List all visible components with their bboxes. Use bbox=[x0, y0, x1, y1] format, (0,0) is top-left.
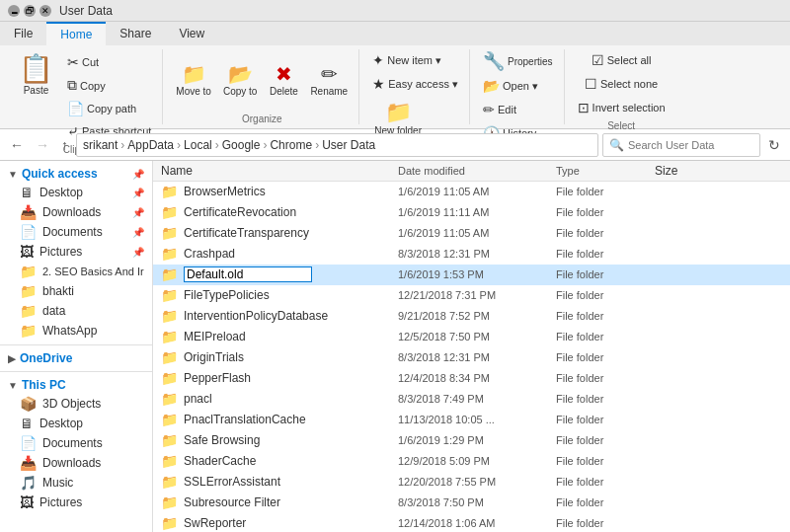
sidebar-item-3dobjects[interactable]: 📦 3D Objects bbox=[0, 394, 152, 414]
search-input[interactable] bbox=[628, 139, 753, 151]
col-date: 12/14/2018 1:06 AM bbox=[398, 517, 556, 529]
whatsapp-label: WhatsApp bbox=[42, 324, 97, 338]
sidebar-item-music[interactable]: 🎵 Music bbox=[0, 473, 152, 493]
table-row[interactable]: 📁 Crashpad 8/3/2018 12:31 PM File folder bbox=[153, 244, 790, 265]
breadcrumb-srikant[interactable]: srikant bbox=[83, 138, 118, 152]
breadcrumb-google[interactable]: Google bbox=[222, 138, 261, 152]
table-row[interactable]: 📁 BrowserMetrics 1/6/2019 11:05 AM File … bbox=[153, 182, 790, 202]
copy-path-button[interactable]: 📄 Copy path bbox=[62, 98, 156, 119]
sidebar-item-seo[interactable]: 📁 2. SEO Basics And Ir bbox=[0, 262, 152, 281]
sidebar-item-pictures2[interactable]: 🖼 Pictures bbox=[0, 493, 152, 512]
tab-file[interactable]: File bbox=[0, 22, 46, 45]
table-row[interactable]: 📁 OriginTrials 8/3/2018 12:31 PM File fo… bbox=[153, 347, 790, 368]
sidebar-item-data[interactable]: 📁 data bbox=[0, 301, 152, 321]
cut-button[interactable]: ✂ Cut bbox=[62, 51, 156, 73]
table-row[interactable]: 📁 Subresource Filter 8/3/2018 7:50 PM Fi… bbox=[153, 493, 790, 513]
file-name-text: CertificateTransparency bbox=[184, 226, 309, 240]
sidebar-item-downloads[interactable]: 📥 Downloads 📌 bbox=[0, 202, 152, 222]
col-header-date[interactable]: Date modified bbox=[398, 165, 556, 177]
up-button[interactable]: ↑ bbox=[57, 135, 72, 155]
minimize-icon[interactable]: 🗕 bbox=[8, 5, 20, 17]
sidebar-item-bhakti[interactable]: 📁 bhakti bbox=[0, 281, 152, 301]
table-row[interactable]: 📁 pnacl 8/3/2018 7:49 PM File folder bbox=[153, 389, 790, 410]
tab-share[interactable]: Share bbox=[106, 22, 165, 45]
quick-access-header[interactable]: ▼ Quick access 📌 bbox=[0, 165, 152, 183]
breadcrumb-appdata[interactable]: AppData bbox=[127, 138, 174, 152]
sidebar-divider-2 bbox=[0, 371, 152, 372]
col-name: 📁 Subresource Filter bbox=[161, 494, 398, 510]
select-all-button[interactable]: ☑ Select all bbox=[587, 49, 657, 71]
easy-access-button[interactable]: ★ Easy access ▾ bbox=[367, 73, 463, 95]
copy-path-label: Copy path bbox=[87, 103, 136, 114]
open-button[interactable]: 📂 Open ▾ bbox=[478, 75, 543, 97]
open-group: 🔧 Properties 📂 Open ▾ ✏ Edit 🕐 History O… bbox=[472, 49, 565, 124]
sidebar-item-whatsapp[interactable]: 📁 WhatsApp bbox=[0, 321, 152, 341]
copy-button[interactable]: ⧉ Copy bbox=[62, 74, 156, 97]
breadcrumb-chrome[interactable]: Chrome bbox=[270, 138, 312, 152]
invert-selection-button[interactable]: ⊡ Invert selection bbox=[573, 97, 671, 118]
thispc-header[interactable]: ▼ This PC bbox=[0, 376, 152, 394]
tab-view[interactable]: View bbox=[165, 22, 218, 45]
col-header-type[interactable]: Type bbox=[556, 165, 655, 177]
forward-button[interactable]: → bbox=[32, 135, 53, 155]
file-name-text: FileTypePolicies bbox=[184, 288, 270, 302]
delete-button[interactable]: ✖ Delete bbox=[264, 61, 303, 100]
search-box[interactable]: 🔍 bbox=[602, 133, 760, 157]
col-name: 📁 ShaderCache bbox=[161, 453, 398, 469]
downloads-folder-icon: 📥 bbox=[20, 204, 37, 220]
new-item-button[interactable]: ✦ New item ▾ bbox=[367, 49, 446, 71]
edit-button[interactable]: ✏ Edit bbox=[478, 99, 521, 120]
col-name: 📁 CertificateTransparency bbox=[161, 225, 398, 241]
col-type: File folder bbox=[556, 331, 655, 342]
table-row[interactable]: 📁 SwReporter 12/14/2018 1:06 AM File fol… bbox=[153, 513, 790, 532]
copy-to-button[interactable]: 📂 Copy to bbox=[218, 61, 262, 100]
breadcrumb-local[interactable]: Local bbox=[184, 138, 212, 152]
sidebar-item-documents[interactable]: 📄 Documents 📌 bbox=[0, 222, 152, 242]
file-name-input[interactable] bbox=[184, 266, 312, 282]
address-breadcrumb[interactable]: srikant › AppData › Local › Google › Chr… bbox=[76, 133, 598, 157]
rename-button[interactable]: ✏ Rename bbox=[305, 61, 353, 100]
col-date: 8/3/2018 7:50 PM bbox=[398, 496, 556, 508]
table-row[interactable]: 📁 ShaderCache 12/9/2018 5:09 PM File fol… bbox=[153, 451, 790, 472]
properties-button[interactable]: 🔧 Properties bbox=[478, 49, 558, 73]
sidebar-item-desktop2[interactable]: 🖥 Desktop bbox=[0, 414, 152, 433]
close-icon[interactable]: ✕ bbox=[40, 5, 51, 17]
maximize-icon[interactable]: 🗗 bbox=[24, 5, 36, 17]
new-item-icon: ✦ bbox=[372, 52, 384, 68]
paste-button[interactable]: 📋 Paste bbox=[12, 49, 60, 142]
col-type: File folder bbox=[556, 393, 655, 405]
col-header-name[interactable]: Name bbox=[161, 164, 398, 178]
sidebar-item-downloads2[interactable]: 📥 Downloads bbox=[0, 453, 152, 473]
downloads2-label: Downloads bbox=[42, 456, 101, 470]
col-name: 📁 Crashpad bbox=[161, 246, 398, 262]
table-row[interactable]: 📁 MEIPreload 12/5/2018 7:50 PM File fold… bbox=[153, 327, 790, 347]
sidebar-item-documents2[interactable]: 📄 Documents bbox=[0, 433, 152, 453]
select-none-button[interactable]: ☐ Select none bbox=[580, 73, 663, 95]
breadcrumb-userdata[interactable]: User Data bbox=[322, 138, 375, 152]
search-icon: 🔍 bbox=[609, 138, 624, 152]
table-row[interactable]: 📁 SSLErrorAssistant 12/20/2018 7:55 PM F… bbox=[153, 472, 790, 493]
edit-icon: ✏ bbox=[483, 102, 495, 117]
move-to-button[interactable]: 📁 Move to bbox=[171, 61, 216, 100]
folder-icon: 📁 bbox=[161, 246, 178, 262]
table-row[interactable]: 📁 PepperFlash 12/4/2018 8:34 PM File fol… bbox=[153, 368, 790, 389]
refresh-button[interactable]: ↻ bbox=[764, 135, 784, 155]
table-row[interactable]: 📁 Safe Browsing 1/6/2019 1:29 PM File fo… bbox=[153, 430, 790, 451]
bhakti-folder-icon: 📁 bbox=[20, 283, 37, 299]
sidebar-item-desktop[interactable]: 🖥 Desktop 📌 bbox=[0, 183, 152, 202]
tab-home[interactable]: Home bbox=[46, 22, 106, 45]
table-row[interactable]: 📁 InterventionPolicyDatabase 9/21/2018 7… bbox=[153, 306, 790, 327]
back-button[interactable]: ← bbox=[6, 135, 28, 155]
table-row[interactable]: 📁 FileTypePolicies 12/21/2018 7:31 PM Fi… bbox=[153, 285, 790, 306]
table-row[interactable]: 📁 CertificateRevocation 1/6/2019 11:11 A… bbox=[153, 202, 790, 223]
table-row[interactable]: 📁 CertificateTransparency 1/6/2019 11:05… bbox=[153, 223, 790, 244]
onedrive-header[interactable]: ▶ OneDrive bbox=[0, 349, 152, 367]
documents2-label: Documents bbox=[42, 436, 103, 450]
open-group-content: 🔧 Properties 📂 Open ▾ ✏ Edit 🕐 History bbox=[478, 49, 558, 144]
file-name-text: Crashpad bbox=[184, 247, 235, 261]
col-header-size[interactable]: Size bbox=[655, 164, 714, 178]
sidebar-item-pictures[interactable]: 🖼 Pictures 📌 bbox=[0, 242, 152, 262]
file-name-text: OriginTrials bbox=[184, 350, 244, 364]
table-row[interactable]: 📁 PnaclTranslationCache 11/13/2018 10:05… bbox=[153, 410, 790, 430]
table-row[interactable]: 📁 1/6/2019 1:53 PM File folder bbox=[153, 265, 790, 285]
